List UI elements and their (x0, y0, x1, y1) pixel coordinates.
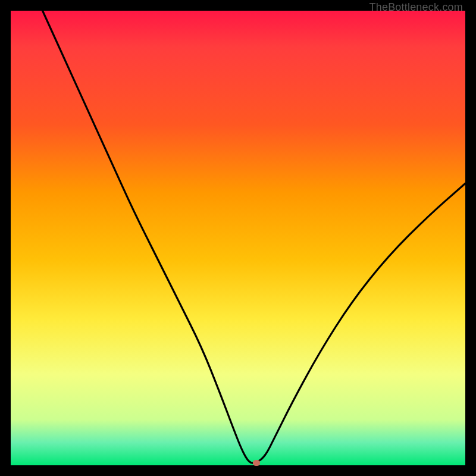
watermark-text: TheBottleneck.com (369, 1, 463, 14)
optimal-point-marker (253, 460, 260, 466)
bottleneck-curve (11, 11, 465, 465)
chart-frame: TheBottleneck.com (0, 0, 476, 476)
plot-area (11, 11, 465, 465)
